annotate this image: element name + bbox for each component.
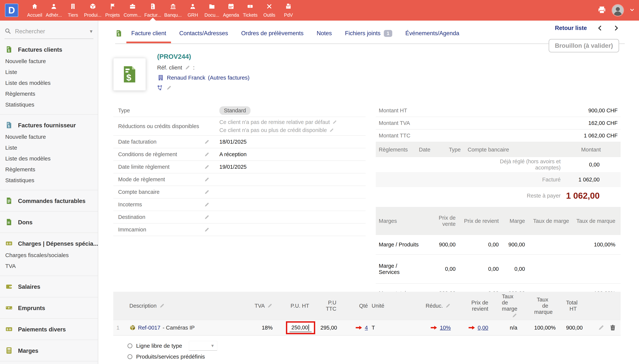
- predefined-product-radio[interactable]: [127, 354, 132, 359]
- tab-fichiers-joints[interactable]: Fichiers joints1: [345, 30, 392, 37]
- line-type-select[interactable]: ▼: [189, 341, 217, 351]
- search-caret-icon[interactable]: ▼: [89, 29, 93, 34]
- sidebar-item-dons[interactable]: Dons: [0, 216, 98, 228]
- svg-text:$: $: [8, 124, 10, 128]
- sidebar-item-charges-fiscales[interactable]: Charges fiscales/sociales: [0, 250, 98, 261]
- edit-pencil-icon[interactable]: [159, 303, 165, 308]
- qty-link[interactable]: 4: [365, 325, 368, 331]
- discount-note: Ce client n'a pas de remise relative par…: [219, 119, 337, 125]
- sidebar-item-reglements[interactable]: Règlements: [0, 88, 98, 99]
- sidebar-item-nouvelle-facture[interactable]: Nouvelle facture: [0, 56, 98, 67]
- unit-price-input[interactable]: 250,00: [290, 324, 312, 332]
- invoice-icon: $: [5, 121, 13, 130]
- sidebar-item-statistiques-fourn[interactable]: Statistiques: [0, 175, 98, 186]
- menu-item-adherents[interactable]: Adhér...: [44, 0, 63, 20]
- sidebar-item-nouvelle-facture-fourn[interactable]: Nouvelle facture: [0, 132, 98, 142]
- tab-notes[interactable]: Notes: [317, 30, 332, 37]
- trash-icon[interactable]: [609, 324, 616, 331]
- section-dons: Dons: [0, 216, 98, 233]
- product-ref-link[interactable]: Ref-0017: [138, 325, 160, 331]
- menu-item-pdv[interactable]: PdV: [279, 0, 298, 20]
- bank-icon: [170, 3, 176, 10]
- edit-pencil-icon[interactable]: [185, 65, 190, 70]
- sidebar-item-charges[interactable]: $ Charges | Dépenses spécia...: [0, 238, 98, 250]
- menu-item-grh[interactable]: GRH: [183, 0, 202, 20]
- other-invoices-link[interactable]: (Autres factures): [208, 74, 250, 81]
- menu-item-accueil[interactable]: Accueil: [25, 0, 44, 20]
- predefined-product-option: Produits/services prédéfinis: [127, 351, 621, 362]
- discount-link[interactable]: 10%: [440, 325, 451, 331]
- thirdparty-row: Renaud Franck (Autres factures): [157, 74, 250, 81]
- sidebar-item-commandes-facturables[interactable]: Commandes facturables: [0, 195, 98, 207]
- cost-price-link[interactable]: 0,00: [478, 325, 488, 331]
- documents-icon: [208, 3, 215, 10]
- tab-ordres-prelevements[interactable]: Ordres de prélèvements: [241, 30, 304, 37]
- chevron-down-icon[interactable]: [629, 7, 635, 14]
- edit-pencil-icon[interactable]: [204, 139, 210, 145]
- edit-pencil-icon[interactable]: [512, 313, 517, 318]
- sidebar-item-liste-fourn[interactable]: Liste: [0, 142, 98, 153]
- back-to-list-link[interactable]: Retour liste: [555, 25, 587, 32]
- tab-bar: $ Facture client Contacts/Adresses Ordre…: [115, 30, 625, 44]
- section-emprunts: 0 Emprunts: [0, 302, 98, 319]
- invoice-preview-card[interactable]: $: [113, 58, 146, 91]
- amount-ttc-row: Montant TTC1 062,00 CHF: [376, 130, 621, 142]
- edit-pencil-icon[interactable]: [445, 303, 451, 308]
- divider: [0, 211, 98, 212]
- menu-item-tiers[interactable]: Tiers: [63, 0, 83, 20]
- sidebar-item-tva[interactable]: TVA: [0, 261, 98, 272]
- edit-pencil-icon[interactable]: [204, 164, 210, 170]
- menu-item-documents[interactable]: Docu...: [202, 0, 222, 20]
- project-icon[interactable]: [157, 85, 163, 91]
- sidebar-item-reglements-fourn[interactable]: Règlements: [0, 164, 98, 175]
- sidebar-item-statistiques[interactable]: Statistiques: [0, 99, 98, 110]
- edit-pencil-icon[interactable]: [332, 120, 337, 125]
- edit-pencil-icon[interactable]: [204, 227, 210, 232]
- chevron-right-icon[interactable]: [613, 25, 619, 31]
- menu-item-produits[interactable]: Produi...: [83, 0, 103, 20]
- divider: [0, 340, 98, 340]
- detail-row-type: Type Standard: [113, 104, 366, 117]
- edit-pencil-icon[interactable]: [598, 324, 604, 331]
- detail-row-incoterms: Incoterms: [113, 198, 366, 211]
- tab-evenements-agenda[interactable]: Événements/Agenda: [405, 30, 459, 37]
- menu-item-banques[interactable]: Banqu...: [163, 0, 183, 20]
- menu-item-tickets[interactable]: Tickets: [241, 0, 260, 20]
- menu-item-projets[interactable]: Projets: [103, 0, 122, 20]
- tab-facture-client[interactable]: Facture client: [131, 30, 166, 37]
- menu-item-commerce[interactable]: Comm...: [122, 0, 143, 20]
- sidebar-item-paiements-divers[interactable]: $ Paiements divers: [0, 324, 98, 336]
- edit-pencil-icon[interactable]: [329, 128, 334, 133]
- section-charges: $ Charges | Dépenses spécia... Charges f…: [0, 238, 98, 276]
- already-paid-row: Déjà réglé (hors avoirs et acomptes) 0,0…: [376, 157, 621, 172]
- sidebar-item-marges[interactable]: Marges: [0, 345, 98, 357]
- svg-text:$: $: [8, 49, 10, 52]
- edit-pencil-icon[interactable]: [204, 152, 210, 157]
- edit-pencil-icon[interactable]: [166, 85, 172, 91]
- sidebar-item-salaires[interactable]: Salaires: [0, 281, 98, 293]
- thirdparty-link[interactable]: Renaud Franck: [167, 74, 205, 81]
- edit-pencil-icon[interactable]: [204, 202, 210, 208]
- edit-pencil-icon[interactable]: [267, 303, 273, 308]
- tab-contacts-adresses[interactable]: Contacts/Adresses: [179, 30, 228, 37]
- money-bill-icon: 0: [5, 304, 13, 312]
- edit-pencil-icon[interactable]: [204, 177, 210, 182]
- sidebar-item-factures-fournisseur[interactable]: $ Factures fournisseur: [0, 120, 98, 132]
- sidebar-item-liste[interactable]: Liste: [0, 67, 98, 78]
- sidebar-item-liste-modeles-fourn[interactable]: Liste des modèles: [0, 153, 98, 164]
- dolibarr-logo[interactable]: D: [5, 4, 18, 17]
- menu-item-facturation[interactable]: $ Factur...: [143, 0, 163, 20]
- edit-pencil-icon[interactable]: [204, 189, 210, 195]
- search-input[interactable]: [15, 28, 85, 35]
- user-avatar[interactable]: [612, 4, 624, 16]
- free-line-radio[interactable]: [127, 344, 132, 348]
- line-row-1: 1 Ref-0017 - Caméras IP 18% 250,00 295,0…: [113, 320, 621, 336]
- chevron-left-icon[interactable]: [597, 25, 603, 31]
- edit-pencil-icon[interactable]: [204, 214, 210, 220]
- menu-item-agenda[interactable]: Agenda: [222, 0, 241, 20]
- menu-item-outils[interactable]: Outils: [260, 0, 279, 20]
- sidebar-item-liste-modeles[interactable]: Liste des modèles: [0, 78, 98, 88]
- sidebar-item-emprunts[interactable]: 0 Emprunts: [0, 302, 98, 314]
- print-icon[interactable]: [597, 6, 606, 15]
- sidebar-item-factures-clients[interactable]: $ Factures clients: [0, 44, 98, 56]
